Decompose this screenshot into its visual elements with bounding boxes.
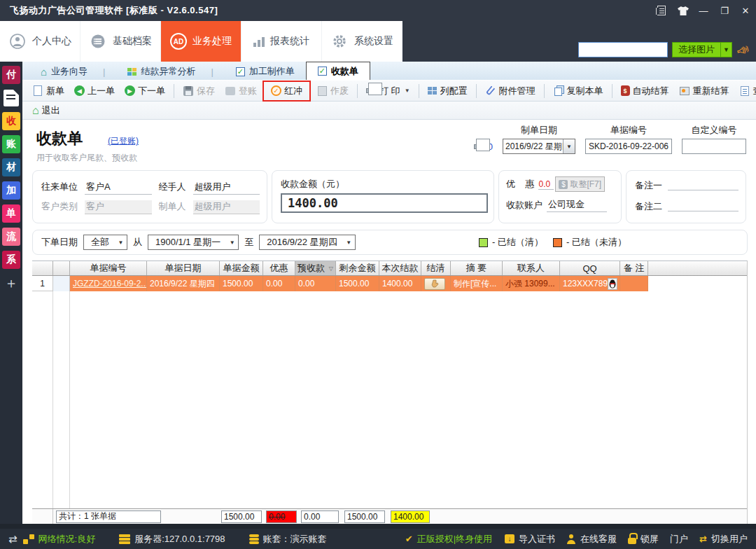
online-service-button[interactable]: 在线客服 [566, 533, 617, 545]
choose-image-button[interactable]: 选择图片 ▼ [672, 42, 732, 57]
ad-circle-icon: AD [170, 33, 187, 50]
col-prepay[interactable]: 预收款▽ [295, 261, 336, 275]
chevron-down-icon[interactable]: ▼ [343, 235, 355, 249]
red-reverse-button[interactable]: ✓红冲 [267, 83, 307, 99]
settle-hand-button[interactable] [424, 278, 445, 290]
partner-input[interactable]: 客户A [85, 181, 152, 195]
horn-icon[interactable]: 📣︎ [735, 41, 751, 59]
nav-business-processing[interactable]: AD 业务处理 [161, 21, 241, 62]
tab-process-order[interactable]: ✓ 加工制作单 [225, 63, 306, 80]
nav-personal-center[interactable]: 个人中心 [0, 21, 80, 62]
close-button[interactable]: ✕ [735, 2, 756, 19]
nav-base-archives[interactable]: 基础档案 [80, 21, 161, 62]
grid-empty-area[interactable] [32, 291, 747, 508]
col-date[interactable]: 单据日期 [147, 261, 220, 275]
note1-input[interactable] [668, 181, 738, 190]
status-bar: ⇄ 网络情况:良好 服务器:127.0.0.1:7798 账套：演示账套 ✔ 正… [0, 529, 756, 549]
col-qq[interactable]: QQ [560, 261, 620, 275]
view-settle-detail-button[interactable]: 查看结算明细 [735, 83, 756, 99]
col-discount[interactable]: 优惠 [263, 261, 295, 275]
nav-system-settings[interactable]: 系统设置 [322, 21, 402, 62]
qq-chat-button[interactable] [608, 278, 617, 290]
handler-input[interactable]: 超级用户 [193, 181, 260, 195]
account-input[interactable]: 公司现金 [547, 198, 607, 212]
sidebar-item-pay[interactable]: 付 [2, 66, 20, 84]
sidebar-item-system[interactable]: 系 [2, 251, 20, 269]
exit-button[interactable]: ⌂退出 [28, 102, 64, 119]
attachment-button[interactable]: 附件管理 [481, 83, 540, 99]
new-order-button[interactable]: 新单 [28, 83, 69, 99]
save-button[interactable]: 保存 [178, 83, 219, 99]
sidebar-item-receive[interactable]: 收 [2, 112, 20, 130]
tab-receipt-order[interactable]: ✓ 收款单 [306, 62, 370, 80]
detail-list-icon [741, 86, 749, 96]
image-path-input[interactable] [578, 42, 668, 57]
col-contact[interactable]: 联系人 [503, 261, 560, 275]
chevron-down-icon[interactable]: ▼ [563, 139, 575, 153]
check-icon: ✔ [405, 534, 413, 544]
post-account-button[interactable]: 登账 [220, 83, 261, 99]
auto-settle-button[interactable]: $自动结算 [617, 83, 673, 99]
skin-button[interactable] [672, 2, 693, 19]
tab-business-guide[interactable]: ⌂ 业务向导 | [29, 63, 116, 80]
hand-down-icon [430, 279, 439, 288]
from-date-combo[interactable]: 1900/1/1 星期一▼ [148, 235, 239, 250]
chevron-down-icon[interactable]: ▼ [720, 43, 732, 57]
sync-arrows-icon[interactable]: ⇄ [8, 533, 18, 545]
discount-input[interactable]: 0.0 [538, 179, 554, 190]
date-range-combo[interactable]: 全部▼ [83, 235, 127, 250]
sidebar-item-order[interactable]: 单 [2, 204, 20, 223]
round-button[interactable]: $取整[F7] [555, 176, 605, 192]
note2-input[interactable] [668, 202, 738, 211]
maximize-button[interactable]: ❐ [714, 2, 735, 19]
col-settled[interactable]: 结清 [421, 261, 451, 275]
cell-doc-no-link[interactable]: JGZZD-2016-09-2... [70, 276, 147, 291]
chevron-down-icon[interactable]: ▼ [115, 235, 127, 249]
minimize-button[interactable]: — [693, 2, 714, 19]
swap-arrows-icon: ⇄ [699, 534, 707, 544]
amount-label: 收款金额（元） [281, 178, 486, 190]
posted-status-link[interactable]: (已登账) [108, 135, 139, 147]
lock-screen-button[interactable]: 锁屏 [628, 533, 659, 545]
table-row[interactable]: 1 JGZZD-2016-09-2... 2016/9/22 星期四 1500.… [32, 276, 747, 291]
network-icon [23, 534, 34, 544]
settled-unclear-label: - 已结（未清） [566, 236, 626, 249]
col-doc-no[interactable]: 单据编号 [70, 261, 147, 275]
tab-settle-analysis[interactable]: 结款异常分析 | [116, 63, 224, 80]
recalc-settle-button[interactable]: 重新结算 [675, 83, 734, 99]
amount-input[interactable]: 1400.00 [281, 193, 488, 213]
grid-header: 单据编号 单据日期 单据金额 优惠 预收款▽ 剩余金额 本次结款 结清 摘 要 … [32, 261, 747, 276]
qq-penguin-icon [608, 279, 617, 289]
cell-prepay: 0.00 [295, 276, 336, 291]
switch-user-button[interactable]: ⇄ 切换用户 [699, 533, 748, 545]
next-order-button[interactable]: ▶下一单 [120, 83, 169, 99]
sidebar-item-process[interactable]: 加 [2, 181, 20, 200]
chevron-down-icon[interactable]: ▼ [226, 235, 238, 249]
copy-order-button[interactable]: 复制本单 [549, 83, 608, 99]
void-button[interactable]: 作废 [312, 83, 353, 99]
tab-bar: ⌂ 业务向导 | 结款异常分析 | ✓ 加工制作单 ✓ 收款单 [22, 62, 756, 80]
sidebar-item-material[interactable]: 材 [2, 158, 20, 176]
prev-order-button[interactable]: ◀上一单 [70, 83, 119, 99]
col-note[interactable]: 备 注 [620, 261, 648, 275]
sidebar-item-document[interactable] [2, 89, 20, 107]
col-summary[interactable]: 摘 要 [451, 261, 503, 275]
col-remain[interactable]: 剩余金额 [336, 261, 379, 275]
import-cert-button[interactable]: ↓ 导入证书 [505, 533, 555, 545]
col-amount[interactable]: 单据金额 [220, 261, 263, 275]
col-this-settle[interactable]: 本次结款 [379, 261, 421, 275]
print-button[interactable]: 打 印▼ [362, 83, 414, 99]
sidebar-item-flow[interactable]: 流 [2, 228, 20, 246]
nav-report-statistics[interactable]: 报表统计 [241, 21, 322, 62]
column-config-button[interactable]: 列配置 [424, 83, 472, 99]
summary-total-label: 共计：1 张单据 [56, 510, 161, 523]
portal-button[interactable]: 门户 [670, 533, 688, 545]
sidebar-item-account[interactable]: 账 [2, 135, 20, 153]
to-date-combo[interactable]: 2016/9/22 星期四▼ [259, 235, 355, 250]
custom-no-input[interactable] [682, 139, 746, 154]
sidebar-add-button[interactable]: ＋ [2, 274, 20, 292]
chevron-down-icon[interactable]: ▼ [405, 88, 410, 94]
clipboard-button[interactable] [651, 2, 672, 19]
make-date-combo[interactable]: 2016/9/22 星期四 上 ▼ [503, 139, 575, 154]
columns-icon [428, 87, 438, 95]
